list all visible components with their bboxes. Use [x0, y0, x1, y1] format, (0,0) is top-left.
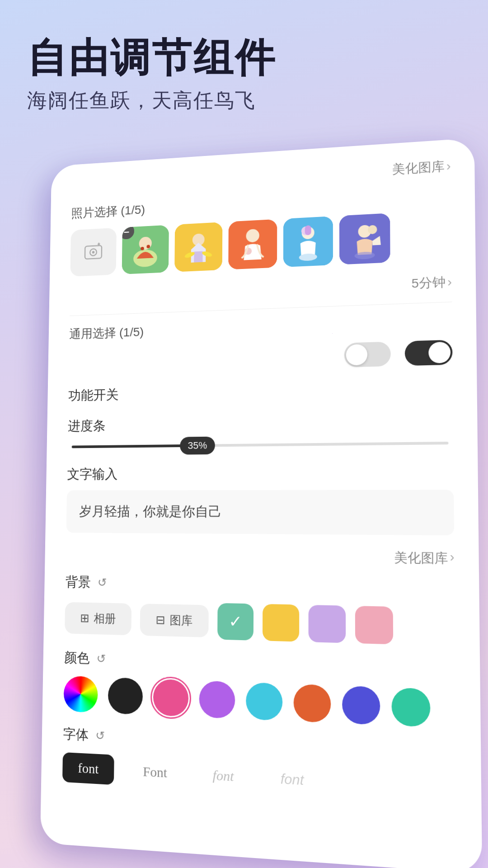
font-option-selected[interactable]: font	[62, 752, 114, 785]
photo-illus-4	[283, 216, 333, 267]
general-section: 通用选择 (1/5)	[69, 313, 453, 374]
timer-row[interactable]: 5分钟 ›	[70, 274, 452, 306]
album-label: 相册	[94, 610, 116, 627]
photo-illus-5	[339, 213, 390, 264]
font-reset-icon[interactable]: ↺	[95, 729, 105, 743]
progress-track[interactable]: 35%	[72, 442, 449, 448]
color-cyan[interactable]	[246, 682, 282, 721]
photo-thumb-1[interactable]: –	[122, 225, 169, 274]
func-switch-label: 功能开关	[68, 378, 453, 405]
gallery-icon: ⊟	[155, 613, 165, 627]
photo-illus-3	[228, 219, 277, 270]
bg-section-label: 背景	[66, 573, 91, 591]
color-reset-icon[interactable]: ↺	[96, 652, 106, 666]
font-options-row: font Font font font	[62, 752, 457, 805]
color-orange[interactable]	[294, 684, 331, 723]
bg-section: 背景 ↺ ⊞ 相册 ⊟ 图库 ✓	[65, 573, 455, 646]
gallery-link-text-2: 美化图库	[394, 549, 448, 567]
photo-thumb-2[interactable]	[174, 222, 222, 272]
progress-fill	[72, 444, 197, 448]
toggle-knob-off	[346, 344, 367, 365]
bg-section-header: 背景 ↺	[66, 573, 455, 598]
font-option-3[interactable]: font	[264, 763, 321, 797]
timer-text: 5分钟	[412, 274, 446, 292]
color-section: 颜色 ↺	[63, 649, 456, 728]
color-section-label: 颜色	[64, 649, 90, 668]
photo-illus-2	[174, 222, 222, 272]
timer-arrow: ›	[447, 275, 452, 290]
toggle-knob-on	[428, 342, 450, 363]
text-input-box[interactable]: 岁月轻描，你就是你自己	[66, 490, 454, 535]
divider-1	[70, 302, 452, 316]
color-teal[interactable]	[391, 688, 430, 727]
text-input-section: 文字输入 岁月轻描，你就是你自己	[66, 463, 454, 535]
color-section-header: 颜色 ↺	[64, 649, 455, 680]
gallery-button[interactable]: ⊟ 图库	[140, 604, 209, 637]
bg-reset-icon[interactable]: ↺	[98, 576, 107, 590]
progress-section: 进度条 35%	[67, 411, 453, 448]
color-black[interactable]	[108, 677, 143, 715]
color-pink-selected[interactable]	[153, 679, 189, 717]
font-section: 字体 ↺ font Font font font	[62, 725, 457, 804]
photo-illus-1	[122, 225, 169, 274]
album-icon: ⊞	[80, 611, 89, 625]
gallery-link-arrow-2: ›	[450, 550, 454, 568]
color-blue[interactable]	[342, 686, 380, 725]
svg-rect-21	[305, 225, 311, 235]
font-option-1[interactable]: Font	[127, 755, 183, 789]
swatch-yellow[interactable]	[263, 604, 299, 642]
swatch-pink[interactable]	[355, 606, 393, 644]
color-wheel[interactable]	[63, 676, 98, 713]
album-button[interactable]: ⊞ 相册	[65, 602, 131, 635]
photos-row: –	[70, 210, 451, 277]
progress-thumb: 35%	[180, 437, 215, 455]
bg-options-row: ⊞ 相册 ⊟ 图库 ✓	[65, 600, 455, 646]
font-section-label: 字体	[63, 725, 89, 745]
add-photo-icon	[83, 241, 104, 263]
color-options-row	[63, 676, 456, 728]
main-title: 自由调节组件	[27, 36, 461, 80]
toggle-off[interactable]	[344, 342, 391, 368]
phone-mockup: 美化图库 › 照片选择 (1/5)	[40, 138, 482, 868]
general-label: 通用选择 (1/5)	[69, 313, 452, 343]
sub-title: 海阔任鱼跃，天高任鸟飞	[27, 87, 461, 114]
gallery-link-text: 美化图库	[392, 158, 444, 178]
header-section: 自由调节组件 海阔任鱼跃，天高任鸟飞	[0, 0, 488, 132]
photo-thumb-3[interactable]	[228, 219, 277, 270]
add-photo-button[interactable]	[70, 228, 117, 277]
gallery-link-bottom[interactable]: 美化图库 ›	[66, 546, 455, 567]
svg-point-2	[92, 251, 95, 254]
text-input-label: 文字输入	[67, 463, 454, 483]
swatch-purple[interactable]	[309, 605, 346, 643]
photo-thumb-4[interactable]	[283, 216, 333, 267]
phone-inner: 美化图库 › 照片选择 (1/5)	[40, 138, 482, 868]
photo-thumb-5[interactable]	[339, 213, 390, 264]
color-purple[interactable]	[199, 680, 235, 719]
font-option-2[interactable]: font	[197, 759, 250, 793]
toggle-on[interactable]	[405, 340, 453, 366]
swatch-green-selected[interactable]: ✓	[217, 603, 253, 641]
toggles-row	[69, 340, 453, 374]
progress-label: 进度条	[68, 411, 453, 435]
gallery-link-arrow: ›	[446, 159, 451, 173]
gallery-label: 图库	[169, 612, 192, 628]
